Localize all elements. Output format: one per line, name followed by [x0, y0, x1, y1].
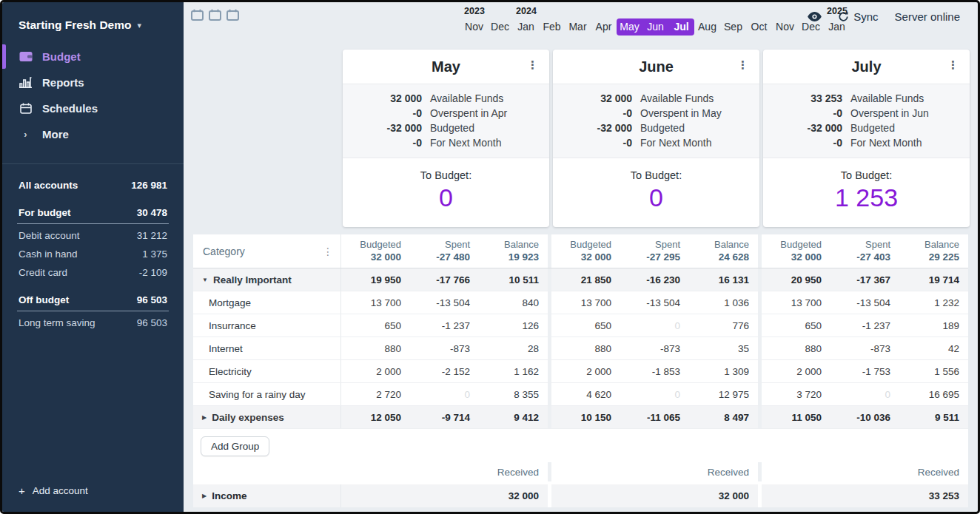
- add-group-button[interactable]: Add Group: [201, 436, 269, 456]
- budgeted-cell[interactable]: 4 620: [551, 389, 620, 400]
- category-group-row[interactable]: ▼Really Important 19 950 -17 766 10 511 …: [193, 268, 968, 291]
- budgeted-cell[interactable]: 12 050: [341, 412, 410, 423]
- spent-cell[interactable]: -873: [410, 343, 479, 354]
- spent-cell[interactable]: -10 036: [830, 412, 899, 423]
- month-button-selected[interactable]: Jul: [668, 18, 694, 35]
- budgeted-cell[interactable]: 10 150: [551, 412, 620, 423]
- account-row-credit-card[interactable]: Credit card -2 109: [17, 263, 169, 282]
- spent-cell[interactable]: -1 853: [620, 366, 689, 377]
- spent-cell[interactable]: 0: [620, 389, 689, 400]
- budgeted-cell[interactable]: 11 050: [762, 412, 830, 423]
- balance-cell[interactable]: 8 355: [479, 389, 548, 400]
- spent-cell[interactable]: -16 230: [620, 274, 689, 285]
- balance-cell[interactable]: 1 036: [689, 297, 758, 308]
- spent-cell[interactable]: -9 714: [410, 412, 479, 423]
- budgeted-cell[interactable]: 880: [762, 343, 830, 354]
- balance-cell[interactable]: 35: [689, 343, 758, 354]
- budgeted-cell[interactable]: 650: [341, 320, 410, 331]
- budgeted-cell[interactable]: 21 850: [551, 274, 620, 285]
- spent-cell[interactable]: -1 753: [830, 366, 899, 377]
- expand-triangle-icon[interactable]: ▶: [202, 414, 207, 421]
- to-budget-amount[interactable]: 1 253: [763, 183, 970, 212]
- month-card-title[interactable]: June: [639, 58, 674, 75]
- balance-cell[interactable]: 189: [899, 320, 968, 331]
- off-budget-group-row[interactable]: Off budget 96 503: [17, 291, 169, 311]
- to-budget-amount[interactable]: 0: [343, 183, 549, 212]
- for-budget-group-row[interactable]: For budget 30 478: [17, 203, 169, 224]
- month-button[interactable]: Feb: [539, 18, 565, 35]
- balance-cell[interactable]: 42: [899, 343, 968, 354]
- month-button[interactable]: Aug: [694, 18, 720, 35]
- to-budget-amount[interactable]: 0: [553, 183, 759, 212]
- spent-cell[interactable]: 0: [620, 320, 689, 331]
- balance-cell[interactable]: 16 131: [689, 274, 758, 285]
- budgeted-cell[interactable]: 2 000: [762, 366, 830, 377]
- category-row-insurrance[interactable]: Insurrance 650 -1 237 126 650 0 776 650 …: [193, 314, 968, 337]
- category-row-mortgage[interactable]: Mortgage 13 700 -13 504 840 13 700 -13 5…: [193, 291, 968, 314]
- balance-cell[interactable]: 840: [479, 297, 548, 308]
- all-accounts-row[interactable]: All accounts 126 981: [17, 176, 169, 195]
- budgeted-cell[interactable]: 650: [762, 320, 830, 331]
- balance-cell[interactable]: 776: [689, 320, 758, 331]
- sync-button[interactable]: Sync: [838, 10, 878, 23]
- month-button[interactable]: Oct: [746, 18, 772, 35]
- income-group-row[interactable]: ▶Income 32 000 32 000 33 253: [193, 484, 968, 507]
- spent-cell[interactable]: -13 504: [410, 297, 479, 308]
- month-button[interactable]: Jan: [513, 18, 539, 35]
- one-month-view-button[interactable]: [191, 9, 204, 21]
- month-button[interactable]: Nov: [461, 18, 487, 35]
- balance-cell[interactable]: 126: [479, 320, 548, 331]
- budgeted-cell[interactable]: 19 950: [341, 274, 410, 285]
- sidebar-item-more[interactable]: › More: [2, 121, 184, 147]
- month-button[interactable]: Apr: [591, 18, 617, 35]
- balance-cell[interactable]: 1 556: [899, 366, 968, 377]
- spent-cell[interactable]: -1 237: [410, 320, 479, 331]
- month-button[interactable]: Dec: [487, 18, 513, 35]
- budgeted-cell[interactable]: 2 000: [341, 366, 410, 377]
- account-row-cash[interactable]: Cash in hand 1 375: [17, 245, 169, 263]
- spent-cell[interactable]: -11 065: [620, 412, 689, 423]
- account-row-debit[interactable]: Debit account 31 212: [17, 226, 169, 245]
- month-button[interactable]: Mar: [565, 18, 591, 35]
- spent-cell[interactable]: 0: [830, 389, 899, 400]
- account-row-long-term-saving[interactable]: Long term saving 96 503: [17, 314, 169, 332]
- sidebar-item-reports[interactable]: Reports: [2, 70, 184, 95]
- balance-cell[interactable]: 19 714: [899, 274, 968, 285]
- sidebar-item-schedules[interactable]: Schedules: [2, 95, 184, 121]
- balance-cell[interactable]: 1 309: [689, 366, 758, 377]
- server-status-button[interactable]: Server online: [895, 10, 960, 23]
- add-account-button[interactable]: + Add account: [2, 473, 184, 512]
- sidebar-item-budget[interactable]: Budget: [2, 44, 184, 70]
- spent-cell[interactable]: -2 152: [410, 366, 479, 377]
- balance-cell[interactable]: 1 162: [479, 366, 548, 377]
- month-button-selected[interactable]: Jun: [642, 18, 668, 35]
- budgeted-cell[interactable]: 13 700: [341, 297, 410, 308]
- month-button-selected[interactable]: May: [617, 18, 642, 35]
- balance-cell[interactable]: 1 232: [899, 297, 968, 308]
- month-menu-kebab-icon[interactable]: ⋮: [947, 59, 959, 70]
- budgeted-cell[interactable]: 13 700: [551, 297, 620, 308]
- budget-file-switcher[interactable]: Starting Fresh Demo ▾: [2, 2, 184, 44]
- privacy-toggle-button[interactable]: [808, 12, 822, 21]
- balance-cell[interactable]: 9 511: [899, 412, 968, 423]
- spent-cell[interactable]: -873: [620, 343, 689, 354]
- spent-cell[interactable]: -17 367: [830, 274, 899, 285]
- spent-cell[interactable]: -1 237: [830, 320, 899, 331]
- balance-cell[interactable]: 12 975: [689, 389, 758, 400]
- two-month-view-button[interactable]: [209, 9, 221, 21]
- spent-cell[interactable]: -13 504: [830, 297, 899, 308]
- spent-cell[interactable]: -873: [830, 343, 899, 354]
- balance-cell[interactable]: 16 695: [899, 389, 968, 400]
- month-menu-kebab-icon[interactable]: ⋮: [737, 59, 748, 70]
- budgeted-cell[interactable]: 20 950: [762, 274, 830, 285]
- balance-cell[interactable]: 8 497: [689, 412, 758, 423]
- balance-cell[interactable]: 9 412: [479, 412, 548, 423]
- budgeted-cell[interactable]: 13 700: [762, 297, 830, 308]
- category-row-saving-rainy-day[interactable]: Saving for a rainy day 2 720 0 8 355 4 6…: [193, 383, 968, 406]
- month-button[interactable]: Sep: [720, 18, 746, 35]
- balance-cell[interactable]: 28: [479, 343, 548, 354]
- category-group-row-daily-expenses[interactable]: ▶Daily expenses 12 050 -9 714 9 412 10 1…: [193, 406, 968, 429]
- month-card-title[interactable]: May: [432, 58, 460, 75]
- spent-cell[interactable]: 0: [410, 389, 479, 400]
- budgeted-cell[interactable]: 2 000: [551, 366, 620, 377]
